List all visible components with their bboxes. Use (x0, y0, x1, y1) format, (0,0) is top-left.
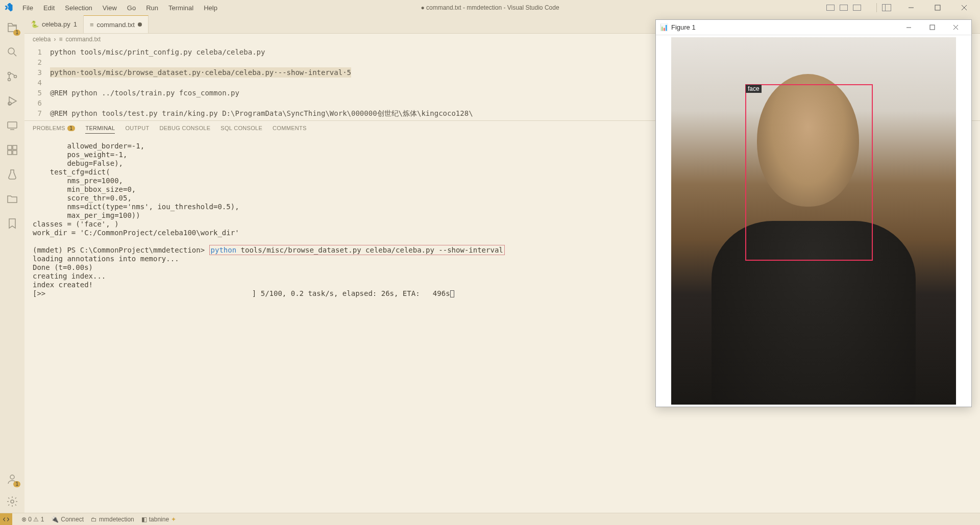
menu-selection[interactable]: Selection (61, 2, 96, 14)
text-file-icon: ≡ (59, 36, 62, 43)
svg-rect-19 (930, 25, 935, 30)
folder-icon: 🗀 (91, 516, 97, 523)
tab-label: command.txt (96, 21, 134, 29)
status-tabnine[interactable]: ◧tabnine✦ (141, 516, 176, 523)
panel-tab-output[interactable]: OUTPUT (125, 125, 149, 134)
customize-layout-icon[interactable] (882, 4, 891, 11)
svg-rect-10 (8, 122, 17, 128)
panel-layout-icon[interactable] (840, 5, 848, 11)
extensions-icon[interactable] (6, 144, 18, 156)
breadcrumb-segment[interactable]: celeba (33, 36, 51, 43)
tab-suffix: 1 (74, 20, 77, 28)
menu-terminal[interactable]: Terminal (164, 2, 198, 14)
sample-image: face (671, 37, 956, 405)
figure-window[interactable]: 📊 Figure 1 face (655, 19, 972, 407)
matplotlib-icon: 📊 (660, 23, 668, 31)
activity-bar: 1 1 (0, 15, 24, 513)
chevron-right-icon: › (54, 36, 56, 43)
status-folder[interactable]: 🗀mmdetection (91, 516, 134, 523)
figure-minimize-button[interactable] (897, 20, 920, 35)
figure-close-button[interactable] (944, 20, 967, 35)
panel-tab-sql-console[interactable]: SQL CONSOLE (220, 125, 262, 134)
status-bar: ⊗ 0 ⚠ 1 🔌Connect 🗀mmdetection ◧tabnine✦ (0, 513, 980, 525)
panel-layout-icon[interactable] (853, 5, 861, 11)
svg-point-6 (8, 72, 11, 75)
plug-icon: 🔌 (51, 516, 59, 523)
figure-maximize-button[interactable] (920, 20, 944, 35)
accounts-badge: 1 (13, 481, 20, 487)
accounts-icon[interactable]: 1 (6, 473, 18, 485)
panel-tab-comments[interactable]: COMMENTS (273, 125, 307, 134)
source-control-icon[interactable] (6, 70, 18, 83)
star-icon: ✦ (171, 516, 176, 523)
menu-bar: File Edit Selection View Go Run Terminal… (18, 2, 222, 14)
svg-point-16 (10, 475, 14, 479)
bbox-label: face (746, 85, 762, 93)
menu-file[interactable]: File (18, 2, 37, 14)
panel-tab-terminal[interactable]: TERMINAL (85, 125, 115, 134)
tab-command-txt[interactable]: ≡ command.txt (84, 15, 149, 33)
svg-point-17 (11, 500, 14, 503)
text-file-icon: ≡ (90, 21, 94, 29)
tabnine-icon: ◧ (141, 516, 147, 523)
titlebar: File Edit Selection View Go Run Terminal… (0, 0, 980, 15)
svg-rect-12 (8, 145, 12, 149)
python-file-icon: 🐍 (31, 20, 39, 28)
tab-celeba-py[interactable]: 🐍 celeba.py 1 (24, 15, 84, 33)
editor-layout-icons[interactable] (826, 5, 861, 11)
menu-help[interactable]: Help (200, 2, 222, 14)
window-title: ● command.txt - mmdetection - Visual Stu… (421, 4, 559, 11)
window-maximize-button[interactable] (926, 0, 949, 15)
explorer-icon[interactable]: 1 (6, 21, 18, 34)
window-close-button[interactable] (952, 0, 976, 15)
folder-icon[interactable] (6, 193, 18, 205)
panel-layout-icon[interactable] (826, 5, 835, 11)
svg-rect-14 (8, 151, 12, 155)
window-minimize-button[interactable] (899, 0, 923, 15)
remote-indicator[interactable] (0, 513, 12, 526)
settings-gear-icon[interactable] (6, 495, 18, 508)
menu-view[interactable]: View (99, 2, 121, 14)
svg-line-5 (14, 54, 16, 56)
modified-dot-icon (138, 22, 142, 27)
vscode-logo-icon (4, 3, 13, 12)
figure-title: Figure 1 (671, 23, 897, 31)
explorer-badge: 1 (13, 30, 20, 36)
tab-label: celeba.py (42, 20, 70, 28)
remote-explorer-icon[interactable] (6, 119, 18, 132)
svg-point-8 (14, 76, 17, 78)
detection-bbox: face (745, 84, 873, 261)
run-debug-icon[interactable] (6, 95, 18, 107)
figure-titlebar[interactable]: 📊 Figure 1 (656, 20, 971, 35)
svg-point-4 (8, 48, 14, 54)
svg-rect-13 (13, 145, 17, 149)
figure-canvas[interactable]: face (656, 35, 971, 407)
separator (876, 3, 877, 12)
bookmark-icon[interactable] (6, 217, 18, 230)
menu-go[interactable]: Go (123, 2, 140, 14)
menu-edit[interactable]: Edit (39, 2, 59, 14)
status-connect[interactable]: 🔌Connect (51, 516, 84, 523)
panel-tab-problems[interactable]: PROBLEMS1 (33, 125, 75, 134)
testing-icon[interactable] (6, 168, 18, 181)
status-problems[interactable]: ⊗ 0 ⚠ 1 (21, 516, 44, 523)
menu-run[interactable]: Run (142, 2, 162, 14)
breadcrumb-segment[interactable]: command.txt (65, 36, 101, 43)
svg-rect-1 (935, 5, 940, 10)
svg-point-7 (8, 79, 11, 81)
search-icon[interactable] (6, 46, 18, 58)
line-gutter: 1234567 (24, 47, 50, 118)
problems-badge: 1 (67, 126, 76, 131)
svg-rect-15 (13, 151, 17, 155)
panel-tab-debug-console[interactable]: DEBUG CONSOLE (159, 125, 210, 134)
